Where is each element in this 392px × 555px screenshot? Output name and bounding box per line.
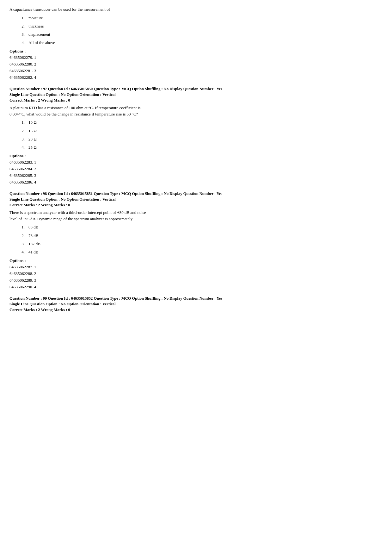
option-text: 15 Ω [28,128,37,134]
option-text: displacement [28,32,50,37]
question-99-block: Question Number : 99 Question Id : 64635… [9,296,383,312]
options-label: Options : [9,258,383,263]
option-id: 64635062289. 3 [9,277,383,284]
q99-correct-wrong: Correct Marks : 2 Wrong Marks : 0 [9,308,383,312]
list-item: 4. All of the above [19,40,383,46]
list-item: 2. 73 dB [19,233,383,239]
list-item: 4. 41 dB [19,249,383,255]
question-97-block: Question Number : 97 Question Id : 64635… [9,86,383,185]
option-text: moisture [28,15,43,21]
intro-block: A capacitance transducer can be used for… [9,6,383,81]
option-text: 83 dB [28,224,38,230]
option-id: 64635062284. 2 [9,166,383,172]
list-item: 3. 20 Ω [19,136,383,142]
option-ids: 64635062279. 1 64635062280. 2 6463506228… [9,54,383,81]
q98-correct-wrong: Correct Marks : 2 Wrong Marks : 0 [9,203,383,208]
option-id: 64635062288. 2 [9,271,383,277]
option-text: 10 Ω [28,120,37,125]
q98-question-text: There is a spectrum analyzer with a thir… [9,209,383,222]
list-item: 2. 15 Ω [19,128,383,134]
option-num: 3. [19,32,25,37]
option-num: 4. [19,40,25,46]
option-ids: 64635062287. 1 64635062288. 2 6463506228… [9,264,383,290]
option-ids: 64635062283. 1 64635062284. 2 6463506228… [9,159,383,185]
option-text: All of the above [28,40,55,46]
options-label: Options : [9,153,383,159]
list-item: 1. 10 Ω [19,120,383,125]
option-id: 64635062279. 1 [9,54,383,61]
option-id: 64635062280. 2 [9,61,383,68]
list-item: 4. 25 Ω [19,145,383,150]
q96-options-list: 1. moisture 2. thickness 3. displacement… [19,15,383,46]
option-num: 1. [19,15,25,21]
option-num: 3. [19,241,25,247]
q97-options-list: 1. 10 Ω 2. 15 Ω 3. 20 Ω 4. 25 Ω [19,120,383,150]
option-num: 2. [19,128,25,134]
list-item: 2. thickness [19,23,383,29]
q98-meta: Question Number : 98 Question Id : 64635… [9,191,383,202]
option-id: 64635062286. 4 [9,179,383,186]
option-id: 64635062283. 1 [9,159,383,166]
option-text: 73 dB [28,233,38,239]
q97-meta: Question Number : 97 Question Id : 64635… [9,86,383,97]
list-item: 3. 187 dB [19,241,383,247]
option-num: 3. [19,136,25,142]
option-num: 4. [19,249,25,255]
option-id: 64635062285. 3 [9,172,383,179]
intro-text: A capacitance transducer can be used for… [9,6,383,13]
option-num: 1. [19,224,25,230]
option-num: 4. [19,145,25,150]
list-item: 1. moisture [19,15,383,21]
option-text: thickness [28,23,44,29]
option-id: 64635062282. 4 [9,74,383,81]
option-num: 2. [19,23,25,29]
option-text: 25 Ω [28,145,37,150]
list-item: 1. 83 dB [19,224,383,230]
option-num: 2. [19,233,25,239]
q99-meta: Question Number : 99 Question Id : 64635… [9,296,383,307]
option-text: 187 dB [28,241,40,247]
option-id: 64635062281. 3 [9,68,383,74]
q98-options-list: 1. 83 dB 2. 73 dB 3. 187 dB 4. 41 dB [19,224,383,255]
q97-question-text: A platinum RTD has a resistance of 100 o… [9,105,383,117]
option-num: 1. [19,120,25,125]
option-text: 20 Ω [28,136,37,142]
list-item: 3. displacement [19,32,383,37]
option-id: 64635062290. 4 [9,284,383,290]
options-label: Options : [9,49,383,54]
question-98-block: Question Number : 98 Question Id : 64635… [9,191,383,290]
option-id: 64635062287. 1 [9,264,383,271]
option-text: 41 dB [28,249,38,255]
q97-correct-wrong: Correct Marks : 2 Wrong Marks : 0 [9,98,383,103]
